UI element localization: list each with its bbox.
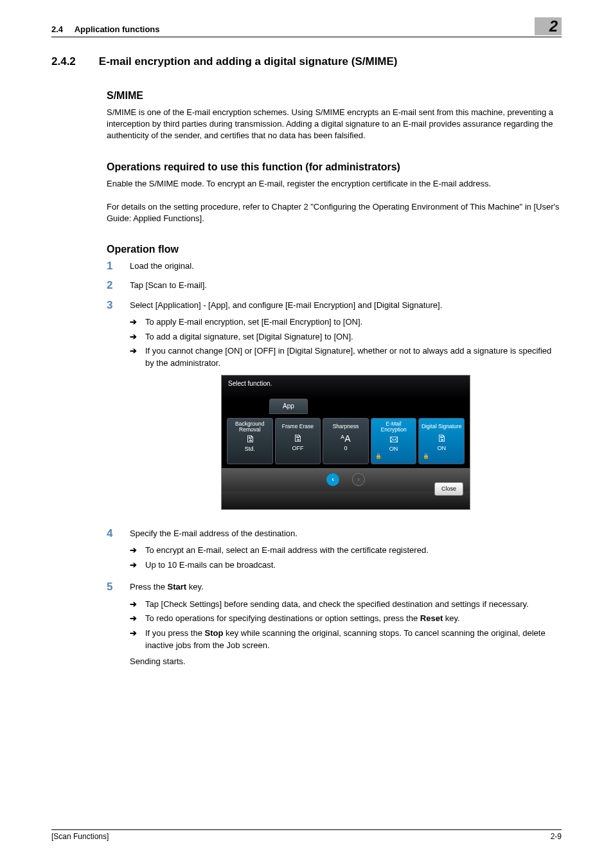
operation-steps: 1 Load the original. 2 Tap [Scan to E-ma… (107, 260, 562, 667)
page: 2.4 Application functions 2 2.4.2 E-mail… (0, 0, 613, 868)
footer-left: [Scan Functions] (51, 832, 109, 841)
step-number: 2 (107, 280, 116, 291)
sub-bullet: ➔ To redo operations for specifying dest… (130, 613, 562, 625)
step-text: Load the original. (130, 260, 562, 272)
tile-background-removal[interactable]: Background Removal 🖺 Std. (227, 418, 273, 464)
step-1: 1 Load the original. (107, 260, 562, 272)
sub-bullet: ➔ Up to 10 E-mails can be broadcast. (130, 559, 562, 572)
sub-text-pre: To redo operations for specifying destin… (145, 613, 420, 623)
smime-para: S/MIME is one of the E-mail encryption s… (107, 107, 562, 142)
sub-text: Tap [Check Settings] before sending data… (145, 599, 529, 611)
step-number: 3 (107, 300, 116, 520)
sub-text: Up to 10 E-mails can be broadcast. (145, 559, 276, 572)
arrow-icon: ➔ (130, 345, 139, 370)
tile-title: Digital Signature (420, 421, 463, 433)
sub-bullet: ➔ To add a digital signature, set [Digit… (130, 331, 562, 343)
tile-email-encryption[interactable]: E-Mail Encryption 🖂 ON 🔒 (371, 418, 417, 464)
tile-frame-erase[interactable]: Frame Erase 🖺 OFF (275, 418, 321, 464)
opsreq-p2: For details on the setting procedure, re… (107, 201, 562, 224)
step-5-subs: ➔ Tap [Check Settings] before sending da… (130, 599, 562, 652)
step-text: Specify the E-mail address of the destin… (130, 529, 298, 538)
mail-icon: 🖂 (373, 435, 415, 444)
arrow-icon: ➔ (130, 559, 139, 572)
screenshot-tabbar: App (222, 399, 470, 418)
arrow-icon: ➔ (130, 316, 139, 329)
tile-digital-signature[interactable]: Digital Signature 🖺 ON 🔒 (418, 418, 465, 464)
tile-title: Frame Erase (277, 421, 319, 433)
signature-icon: 🖺 (420, 434, 463, 443)
tile-title: Sharpness (324, 421, 367, 433)
step-body: Specify the E-mail address of the destin… (130, 528, 562, 574)
tile-title: E-Mail Encryption (373, 421, 415, 433)
reset-key: Reset (420, 613, 443, 623)
step-4: 4 Specify the E-mail address of the dest… (107, 528, 562, 574)
tile-value: 0 (324, 444, 367, 453)
screenshot-bottombar (222, 491, 470, 509)
sending-starts: Sending starts. (130, 656, 562, 667)
sub-text: To redo operations for specifying destin… (145, 613, 460, 625)
doc-icon: 🖺 (277, 434, 319, 443)
page-footer: [Scan Functions] 2-9 (51, 829, 562, 841)
lock-icon: 🔒 (420, 453, 463, 460)
header-section-name: Application functions (75, 24, 160, 34)
tile-title: Background Removal (229, 421, 271, 433)
tile-sharpness[interactable]: Sharpness ᴬA 0 (323, 418, 369, 464)
screenshot-title: Select function. (222, 375, 470, 399)
step-text-suffix: key. (186, 582, 204, 592)
doc-icon: 🖺 (229, 435, 271, 444)
device-screenshot: Select function. App Background Removal … (221, 375, 470, 509)
step-number: 4 (107, 528, 116, 574)
step-3: 3 Select [Application] - [App], and conf… (107, 300, 562, 520)
arrow-icon: ➔ (130, 331, 139, 343)
screenshot-nav: ‹ › Close (222, 468, 470, 491)
app-tab[interactable]: App (269, 399, 308, 414)
chapter-badge: 2 (535, 17, 562, 35)
arrow-icon: ➔ (130, 628, 139, 652)
step-3-subs: ➔ To apply E-mail encryption, set [E-mai… (130, 316, 562, 370)
step-number: 5 (107, 581, 116, 667)
arrow-icon: ➔ (130, 613, 139, 625)
step-2: 2 Tap [Scan to E-mail]. (107, 280, 562, 291)
stop-key: Stop (205, 628, 224, 638)
opsreq-heading: Operations required to use this function… (107, 161, 562, 173)
section-heading: 2.4.2 E-mail encryption and adding a dig… (51, 55, 562, 68)
step-text-prefix: Press the (130, 582, 168, 592)
header-left: 2.4 Application functions (51, 24, 160, 34)
sub-bullet: ➔ If you cannot change [ON] or [OFF] in … (130, 345, 562, 370)
tile-value: ON (373, 445, 415, 453)
step-4-subs: ➔ To encrypt an E-mail, select an E-mail… (130, 545, 562, 572)
arrow-icon: ➔ (130, 545, 139, 557)
tile-value: Std. (229, 445, 271, 453)
next-page-button[interactable]: › (352, 473, 365, 486)
sub-text: To encrypt an E-mail, select an E-mail a… (145, 545, 429, 557)
content-body: S/MIME S/MIME is one of the E-mail encry… (107, 90, 562, 667)
sub-text: To apply E-mail encryption, set [E-mail … (145, 316, 362, 329)
prev-page-button[interactable]: ‹ (326, 473, 339, 486)
sub-bullet: ➔ To encrypt an E-mail, select an E-mail… (130, 545, 562, 557)
step-number: 1 (107, 260, 116, 272)
sub-bullet: ➔ To apply E-mail encryption, set [E-mai… (130, 316, 562, 329)
smime-heading: S/MIME (107, 90, 562, 102)
sub-text-pre: If you press the (145, 628, 205, 638)
header-section-no: 2.4 (51, 24, 63, 34)
sub-text-post: key. (443, 613, 460, 623)
step-body: Press the Start key. ➔ Tap [Check Settin… (130, 581, 562, 667)
sub-bullet: ➔ Tap [Check Settings] before sending da… (130, 599, 562, 611)
tile-value: OFF (277, 444, 319, 453)
tile-value: ON (420, 444, 463, 453)
footer-right: 2-9 (551, 832, 562, 841)
sub-text: If you cannot change [ON] or [OFF] in [D… (145, 345, 562, 370)
sub-text: If you press the Stop key while scanning… (145, 628, 562, 652)
step-text: Select [Application] - [App], and config… (130, 300, 442, 310)
opsreq-p1: Enable the S/MIME mode. To encrypt an E-… (107, 178, 562, 190)
step-body: Select [Application] - [App], and config… (130, 300, 562, 520)
sub-text: To add a digital signature, set [Digital… (145, 331, 353, 343)
close-button[interactable]: Close (434, 482, 463, 496)
start-key: Start (168, 582, 187, 592)
section-title: E-mail encryption and adding a digital s… (99, 55, 398, 68)
section-number: 2.4.2 (51, 55, 76, 68)
lock-icon: 🔒 (373, 453, 415, 460)
running-header: 2.4 Application functions 2 (51, 23, 562, 37)
tiles-row: Background Removal 🖺 Std. Frame Erase 🖺 … (222, 418, 470, 467)
arrow-icon: ➔ (130, 599, 139, 611)
